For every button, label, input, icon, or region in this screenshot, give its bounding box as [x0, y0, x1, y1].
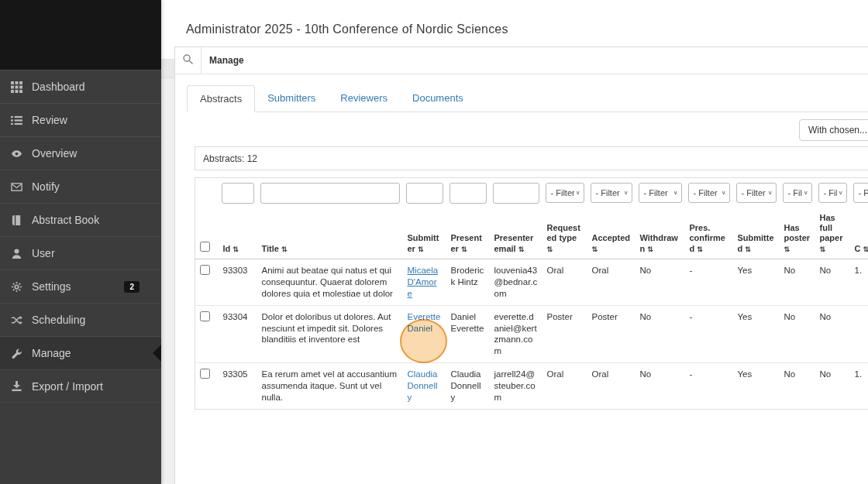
actions-row: With chosen... [187, 119, 868, 141]
sort-icon: ⇅ [281, 245, 288, 253]
sidebar-item-user[interactable]: User [0, 236, 161, 269]
sidebar-item-label: Abstract Book [32, 214, 150, 226]
filter-select-accepted[interactable]: - Filter∨ [591, 183, 632, 203]
col-header-submitted[interactable]: Submitted ⇅ [733, 208, 780, 259]
col-header-categories[interactable]: C ⇅ [850, 208, 868, 259]
sidebar-item-label: Settings [32, 280, 124, 293]
sidebar-item-review[interactable]: Review [0, 103, 161, 136]
tab-abstracts[interactable]: Abstracts [187, 85, 255, 112]
filter-select-has-poster[interactable]: - Filter∨ [783, 183, 812, 203]
chevron-down-icon: ∨ [576, 190, 580, 197]
sidebar-item-scheduling[interactable]: Scheduling [0, 303, 161, 336]
filter-input-submitter[interactable] [406, 183, 443, 204]
col-header-title[interactable]: Title ⇅ [257, 208, 403, 259]
sort-icon: ⇅ [518, 245, 525, 253]
tab-documents[interactable]: Documents [400, 85, 476, 112]
active-item-arrow-icon [153, 345, 161, 362]
search-button[interactable] [175, 47, 202, 74]
col-header-id[interactable]: Id ⇅ [219, 208, 257, 259]
cell-submitted: Yes [733, 305, 780, 363]
with-chosen-label: With chosen... [808, 125, 867, 136]
sidebar-item-label: Manage [32, 347, 150, 359]
cell-withdrawn: No [636, 259, 685, 305]
cell-withdrawn: No [636, 305, 685, 363]
cell-withdrawn: No [636, 363, 685, 410]
cell-has-full-paper: No [815, 363, 850, 410]
cell-presenter-email: everette.daniel@kertzmann.com [490, 305, 542, 363]
cell-presenter: Claudia Donnelly [446, 363, 490, 410]
sidebar-item-manage[interactable]: Manage [0, 336, 161, 369]
col-header-presenter[interactable]: Presenter ⇅ [446, 208, 490, 259]
row-checkbox[interactable] [200, 265, 210, 275]
col-header-pres-confirmed[interactable]: Pres. confirmed ⇅ [685, 208, 733, 259]
cell-title: Ea rerum amet vel at accusantium assumen… [257, 363, 403, 410]
cell-has-poster: No [780, 363, 815, 410]
filter-select-categories[interactable]: - Filter∨ [853, 183, 868, 203]
select-all-checkbox[interactable] [200, 242, 210, 252]
cell-categories: 1. [850, 259, 868, 305]
sidebar-item-settings[interactable]: Settings 2 [0, 269, 161, 303]
abstracts-table: - Filter∨ - Filter∨ - Filter∨ - Filter∨ … [195, 177, 868, 410]
cell-accepted: Oral [587, 363, 636, 410]
sidebar-item-dashboard[interactable]: Dashboard [0, 70, 161, 103]
filter-input-id[interactable] [222, 183, 254, 204]
cell-has-full-paper: No [815, 259, 850, 305]
filter-select-submitted[interactable]: - Filter∨ [736, 183, 777, 203]
col-header-requested-type[interactable]: Requested type ⇅ [542, 208, 587, 259]
cell-pres-confirmed: - [685, 305, 733, 363]
sort-icon: ⇅ [418, 245, 424, 253]
sort-icon: ⇅ [647, 245, 653, 253]
filter-row: - Filter∨ - Filter∨ - Filter∨ - Filter∨ … [195, 178, 868, 209]
chevron-down-icon: ∨ [839, 190, 843, 197]
sidebar-item-abstract-book[interactable]: Abstract Book [0, 203, 161, 236]
cell-presenter: Daniel Everette [446, 305, 490, 363]
abstracts-count: Abstracts: 12 [195, 146, 868, 170]
filter-select-pres-confirmed[interactable]: - Filter∨ [688, 183, 730, 203]
cell-pres-confirmed: - [685, 363, 733, 410]
cell-submitter: Everette Daniel [403, 305, 446, 363]
cell-categories [850, 305, 868, 363]
filter-select-has-full-paper[interactable]: - Filter∨ [818, 183, 847, 203]
sort-icon: ⇅ [461, 245, 467, 253]
sort-icon: ⇅ [592, 245, 598, 253]
filter-select-requested-type[interactable]: - Filter∨ [546, 183, 584, 203]
col-header-has-poster[interactable]: Has poster ⇅ [780, 208, 815, 259]
shuffle-icon [11, 314, 22, 326]
col-header-has-full-paper[interactable]: Has full paper ⇅ [815, 208, 850, 259]
sidebar-item-label: Export / Import [32, 380, 150, 393]
filter-input-presenter[interactable] [450, 183, 487, 204]
sidebar: Dashboard Review Overview Notify [0, 0, 161, 484]
row-checkbox[interactable] [200, 369, 210, 379]
col-header-withdrawn[interactable]: Withdrawn ⇅ [636, 208, 685, 259]
sidebar-item-label: User [32, 247, 150, 259]
sidebar-item-notify[interactable]: Notify [0, 170, 161, 203]
submitter-link[interactable]: Claudia Donnelly [408, 369, 438, 402]
cell-has-full-paper: No [815, 305, 850, 363]
tab-reviewers[interactable]: Reviewers [328, 85, 400, 112]
submitter-link[interactable]: Everette Daniel [408, 312, 441, 333]
with-chosen-dropdown[interactable]: With chosen... [799, 119, 868, 141]
screen: Dashboard Review Overview Notify [0, 0, 868, 484]
submitter-link[interactable]: Micaela D'Amore [408, 266, 439, 298]
filter-select-withdrawn[interactable]: - Filter∨ [639, 183, 682, 203]
mail-icon [11, 181, 22, 193]
chevron-down-icon: ∨ [722, 190, 726, 197]
list-icon [11, 115, 22, 126]
panel-title: Manage [209, 55, 244, 66]
cell-submitted: Yes [733, 363, 780, 410]
sidebar-item-overview[interactable]: Overview [0, 136, 161, 170]
col-header-submitter[interactable]: Submitter ⇅ [403, 208, 446, 259]
tab-submitters[interactable]: Submitters [255, 85, 328, 112]
row-checkbox[interactable] [200, 311, 210, 321]
col-header-presenter-email[interactable]: Presenter email ⇅ [490, 208, 542, 259]
cell-requested-type: Poster [542, 305, 587, 363]
sidebar-item-export-import[interactable]: Export / Import [0, 369, 161, 403]
cell-pres-confirmed: - [685, 259, 733, 305]
sidebar-item-label: Overview [32, 147, 150, 160]
cell-accepted: Oral [587, 259, 636, 305]
wrench-icon [11, 348, 22, 359]
filter-input-presenter-email[interactable] [493, 183, 539, 204]
cell-submitted: Yes [733, 259, 780, 305]
filter-input-title[interactable] [260, 183, 400, 204]
col-header-accepted[interactable]: Accepted ⇅ [587, 208, 636, 259]
